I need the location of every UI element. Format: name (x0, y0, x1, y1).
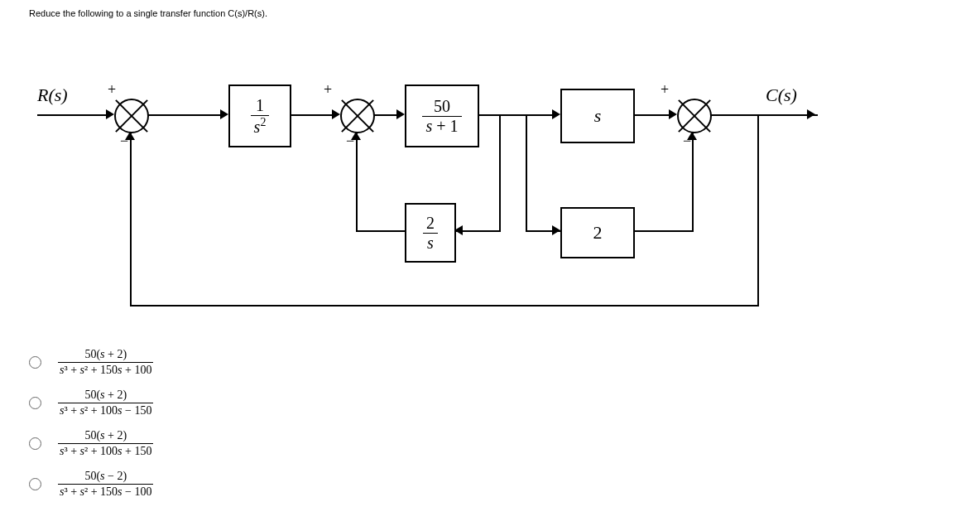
output-label: C(s) (766, 84, 797, 106)
input-label: R(s) (37, 84, 68, 106)
block-50-over-s-plus-1: 50 s + 1 (405, 84, 479, 147)
option-3[interactable]: 50(s + 2) s³ + s² + 100s + 150 (29, 429, 153, 458)
fb-inner-num: 2 (423, 214, 438, 233)
radio-icon[interactable] (29, 397, 41, 409)
block-s: s (560, 89, 635, 143)
block-1-over-s2: 1 s2 (228, 84, 291, 147)
sum1-plus: + (108, 81, 116, 99)
question-prompt: Reduce the following to a single transfe… (29, 8, 267, 18)
summing-junction-3 (677, 99, 712, 133)
block-gain-2: 2 (560, 207, 635, 258)
radio-icon[interactable] (29, 478, 41, 490)
block2-num: 50 (422, 97, 461, 116)
sum3-plus: + (661, 81, 669, 99)
summing-junction-1 (114, 99, 149, 133)
radio-icon[interactable] (29, 356, 41, 369)
radio-icon[interactable] (29, 437, 41, 450)
sum2-plus: + (324, 81, 332, 99)
block-2-over-s: 2 s (405, 203, 456, 263)
answer-options: 50(s + 2) s³ + s² + 150s + 100 50(s + 2)… (29, 348, 153, 510)
block1-num: 1 (251, 96, 270, 115)
option-1[interactable]: 50(s + 2) s³ + s² + 150s + 100 (29, 348, 153, 377)
option-4[interactable]: 50(s − 2) s³ + s² + 150s − 100 (29, 470, 153, 499)
option-2[interactable]: 50(s + 2) s³ + s² + 100s − 150 (29, 389, 153, 418)
summing-junction-2 (340, 99, 375, 133)
block-diagram: R(s) + − 1 s2 + − 50 s + 1 s (37, 75, 865, 315)
